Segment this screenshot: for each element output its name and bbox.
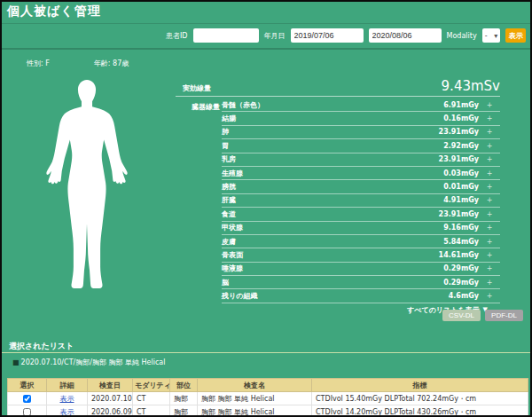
patient-id-input[interactable]: [193, 28, 259, 43]
chevron-down-icon: ▾: [494, 32, 497, 40]
effective-dose-label: 実効線量: [183, 83, 211, 93]
organ-dose-value: 0.29mGy: [443, 279, 479, 287]
expand-icon[interactable]: +: [479, 128, 500, 136]
organ-dose-value: 23.91mGy: [439, 128, 479, 136]
organ-dose-value: 0.29mGy: [443, 264, 479, 272]
organ-row: 膀胱0.01mGy+: [222, 180, 500, 193]
expand-icon[interactable]: +: [479, 238, 500, 246]
search-submit-button[interactable]: 表示: [505, 28, 526, 43]
download-buttons: CSV-DL PDF-DL: [442, 310, 523, 321]
selected-list-title: 選択されたリスト: [9, 341, 74, 352]
expand-icon[interactable]: +: [479, 114, 500, 122]
organ-row: 生殖腺0.03mGy+: [222, 167, 500, 180]
sex-value: F: [45, 59, 50, 67]
organ-row: 皮膚5.84mGy+: [222, 235, 500, 248]
exam-date-cell: 2020.07.10: [88, 392, 133, 405]
effective-dose-row: 実効線量 9.43mSv: [176, 78, 500, 93]
organ-dose-label: 臓器線量: [176, 98, 222, 317]
expand-icon[interactable]: +: [479, 210, 500, 218]
organ-name: 生殖腺: [222, 169, 443, 178]
expand-icon[interactable]: +: [479, 142, 500, 150]
organ-row: 骨髄（赤色）6.91mGy+: [222, 98, 500, 112]
pdf-download-button[interactable]: PDF-DL: [485, 310, 523, 321]
organ-dose-value: 0.03mGy: [443, 169, 479, 177]
selected-list-divider: [2, 352, 530, 353]
organ-row: 甲状腺9.16mGy+: [222, 222, 500, 235]
organ-dose-value: 2.92mGy: [443, 142, 479, 150]
organ-dose-value: 4.6mGy: [449, 292, 479, 300]
modality-cell: CT: [133, 392, 170, 405]
exam-table: 選択 詳細 検査日 モダリティ 部位 検査名 指標 表示 2020.07.10 …: [7, 378, 528, 417]
sex-field: 性別: F: [27, 59, 50, 68]
col-body-part: 部位: [170, 379, 198, 392]
organ-name: 胃: [222, 141, 443, 151]
app-window: 個人被ばく管理 患者ID 年月日 Modality - ▾ 表示 性別: F 年…: [0, 0, 532, 417]
date-from-input[interactable]: [291, 28, 364, 43]
organ-row: 食道23.91mGy+: [222, 208, 500, 221]
organ-row: 骨表面14.61mGy+: [222, 248, 500, 262]
exam-name-cell: 胸部 胸部 単純 Helical: [198, 405, 312, 417]
organ-dose-value: 0.16mGy: [443, 114, 479, 122]
organ-name: 肺: [222, 127, 439, 137]
organ-dose-value: 5.84mGy: [443, 238, 479, 246]
organ-row: 胃2.92mGy+: [222, 139, 500, 153]
effective-dose-divider: [176, 96, 500, 97]
col-select: 選択: [8, 379, 47, 392]
organ-name: 唾液腺: [222, 264, 443, 273]
organ-row: 結腸0.16mGy+: [222, 112, 500, 125]
row-select-checkbox[interactable]: [23, 395, 31, 403]
detail-link[interactable]: 表示: [60, 395, 74, 403]
modality-label: Modality: [447, 32, 477, 40]
organ-name: 食道: [222, 209, 439, 219]
exam-table-row: 表示 2020.06.09 CT 胸部 胸部 胸部 単純 Helical CTD…: [8, 405, 528, 417]
organ-name: 膀胱: [222, 182, 443, 192]
expand-icon[interactable]: +: [479, 183, 500, 191]
expand-icon[interactable]: +: [479, 224, 500, 232]
age-field: 年齢: 87歳: [94, 59, 129, 68]
expand-icon[interactable]: +: [479, 196, 500, 204]
selected-list-item-text: 2020.07.10/CT/胸部/胸部 胸部 単純 Helical: [21, 358, 166, 366]
selected-list-item: ■2020.07.10/CT/胸部/胸部 胸部 単純 Helical: [12, 358, 165, 367]
csv-download-button[interactable]: CSV-DL: [442, 310, 481, 321]
dose-index-cell: CTDIvol 14.20mGy DLPTotal 430.26mGy・cm: [312, 405, 528, 417]
body-part-cell: 胸部: [170, 405, 198, 417]
organ-row: 肺23.91mGy+: [222, 126, 500, 139]
modality-cell: CT: [133, 405, 170, 417]
human-body-silhouette: [37, 77, 137, 301]
header-divider: [2, 48, 530, 50]
col-modality: モダリティ: [133, 379, 170, 392]
organ-row: 乳房23.91mGy+: [222, 153, 500, 167]
expand-icon[interactable]: +: [479, 292, 500, 300]
col-exam-date: 検査日: [88, 379, 133, 392]
row-select-checkbox[interactable]: [23, 408, 31, 416]
organ-row: 唾液腺0.29mGy+: [222, 263, 500, 276]
organ-dose-list: 骨髄（赤色）6.91mGy+ 結腸0.16mGy+ 肺23.91mGy+ 胃2.…: [222, 98, 500, 317]
expand-icon[interactable]: +: [479, 101, 500, 109]
detail-link[interactable]: 表示: [60, 408, 74, 416]
expand-icon[interactable]: +: [479, 169, 500, 177]
organ-name: 乳房: [222, 154, 439, 164]
organ-dose-value: 0.01mGy: [443, 183, 479, 191]
organ-name: 皮膚: [222, 237, 443, 247]
modality-selected-value: -: [485, 32, 488, 40]
modality-select[interactable]: - ▾: [482, 28, 501, 43]
organ-name: 骨表面: [222, 250, 439, 260]
title-divider: [2, 23, 530, 24]
date-to-input[interactable]: [369, 28, 442, 43]
organ-dose-value: 23.91mGy: [439, 155, 479, 163]
expand-icon[interactable]: +: [479, 279, 500, 287]
col-exam-name: 検査名: [198, 379, 312, 392]
page-title: 個人被ばく管理: [7, 4, 101, 20]
patient-info: 性別: F 年齢: 87歳: [27, 59, 129, 68]
age-label: 年齢:: [94, 59, 111, 67]
organ-dose-value: 6.91mGy: [443, 101, 479, 109]
effective-dose-value: 9.43mSv: [442, 80, 500, 93]
organ-row: 残りの組織4.6mGy+: [222, 289, 500, 303]
organ-name: 残りの組織: [222, 291, 449, 301]
expand-icon[interactable]: +: [479, 264, 500, 272]
expand-icon[interactable]: +: [479, 155, 500, 163]
patient-id-label: 患者ID: [166, 31, 188, 41]
organ-name: 結腸: [222, 114, 443, 123]
expand-icon[interactable]: +: [479, 251, 500, 259]
search-bar: 患者ID 年月日 Modality - ▾ 表示: [166, 28, 526, 43]
